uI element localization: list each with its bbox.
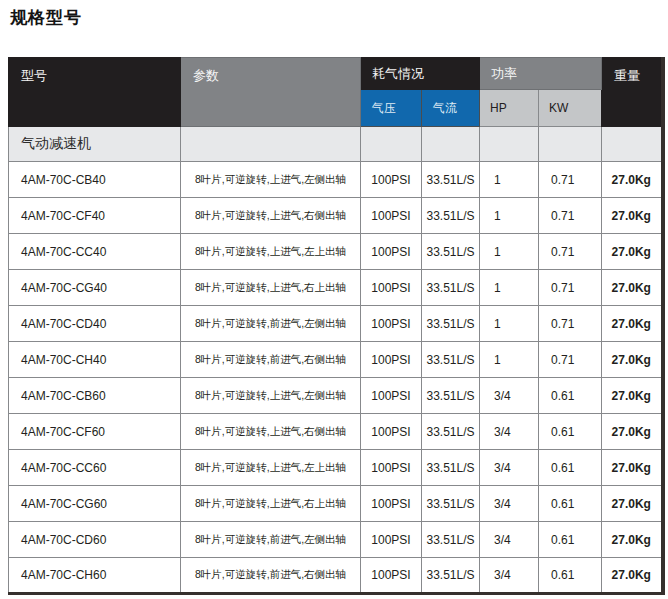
model-cell: 4AM-70C-CD40	[9, 306, 181, 342]
hp-cell: 1	[480, 270, 539, 306]
kw-cell: 0.61	[539, 486, 602, 522]
air-pressure-cell: 100PSI	[361, 306, 422, 342]
weight-cell: 27.0Kg	[602, 306, 663, 342]
hp-cell: 1	[480, 234, 539, 270]
air-flow-cell: 33.51L/S	[422, 558, 480, 594]
table-row: 4AM-70C-CH40 8叶片,可逆旋转,前进气,右侧出轴 100PSI 33…	[9, 342, 663, 378]
model-cell: 4AM-70C-CC60	[9, 450, 181, 486]
hp-cell: 3/4	[480, 378, 539, 414]
air-flow-cell: 33.51L/S	[422, 342, 480, 378]
weight-cell: 27.0Kg	[602, 270, 663, 306]
air-flow-cell: 33.51L/S	[422, 198, 480, 234]
air-flow-cell: 33.51L/S	[422, 522, 480, 558]
weight-cell: 27.0Kg	[602, 378, 663, 414]
params-cell: 8叶片,可逆旋转,上进气,右上出轴	[181, 486, 361, 522]
params-cell: 8叶片,可逆旋转,前进气,左侧出轴	[181, 522, 361, 558]
table-row: 4AM-70C-CG60 8叶片,可逆旋转,上进气,右上出轴 100PSI 33…	[9, 486, 663, 522]
air-pressure-cell: 100PSI	[361, 450, 422, 486]
air-flow-cell: 33.51L/S	[422, 270, 480, 306]
table-row: 4AM-70C-CD60 8叶片,可逆旋转,前进气,左侧出轴 100PSI 33…	[9, 522, 663, 558]
params-cell: 8叶片,可逆旋转,前进气,右侧出轴	[181, 342, 361, 378]
section-row: 气动减速机	[9, 127, 663, 162]
params-cell: 8叶片,可逆旋转,上进气,左上出轴	[181, 450, 361, 486]
air-pressure-cell: 100PSI	[361, 486, 422, 522]
hp-cell: 1	[480, 162, 539, 198]
params-cell: 8叶片,可逆旋转,上进气,左侧出轴	[181, 162, 361, 198]
table-row: 4AM-70C-CB40 8叶片,可逆旋转,上进气,左侧出轴 100PSI 33…	[9, 162, 663, 198]
air-pressure-cell: 100PSI	[361, 414, 422, 450]
air-flow-cell: 33.51L/S	[422, 234, 480, 270]
model-cell: 4AM-70C-CH60	[9, 558, 181, 594]
column-header-air-flow: 气流	[422, 90, 480, 127]
hp-cell: 3/4	[480, 486, 539, 522]
table-row: 4AM-70C-CB60 8叶片,可逆旋转,上进气,左侧出轴 100PSI 33…	[9, 378, 663, 414]
kw-cell: 0.61	[539, 450, 602, 486]
weight-cell: 27.0Kg	[602, 198, 663, 234]
hp-cell: 1	[480, 198, 539, 234]
spec-sheet-page: 规格型号 型号 参数 耗气情况 功率 重量 气压 气流 HP KW	[0, 0, 668, 599]
air-flow-cell: 33.51L/S	[422, 450, 480, 486]
table-row: 4AM-70C-CD40 8叶片,可逆旋转,前进气,左侧出轴 100PSI 33…	[9, 306, 663, 342]
air-pressure-cell: 100PSI	[361, 378, 422, 414]
air-pressure-cell: 100PSI	[361, 522, 422, 558]
hp-cell: 3/4	[480, 558, 539, 594]
column-header-air-pressure: 气压	[361, 90, 422, 127]
weight-cell: 27.0Kg	[602, 558, 663, 594]
params-cell: 8叶片,可逆旋转,前进气,右侧出轴	[181, 558, 361, 594]
kw-cell: 0.61	[539, 558, 602, 594]
air-pressure-cell: 100PSI	[361, 234, 422, 270]
air-pressure-cell: 100PSI	[361, 162, 422, 198]
table-row: 4AM-70C-CG40 8叶片,可逆旋转,上进气,右上出轴 100PSI 33…	[9, 270, 663, 306]
air-pressure-cell: 100PSI	[361, 558, 422, 594]
air-flow-cell: 33.51L/S	[422, 162, 480, 198]
model-cell: 4AM-70C-CF60	[9, 414, 181, 450]
section-empty-cell	[181, 127, 361, 162]
hp-cell: 3/4	[480, 414, 539, 450]
section-empty-cell	[361, 127, 422, 162]
column-header-power: 功率	[480, 58, 602, 90]
kw-cell: 0.71	[539, 306, 602, 342]
model-cell: 4AM-70C-CD60	[9, 522, 181, 558]
model-cell: 4AM-70C-CF40	[9, 198, 181, 234]
params-cell: 8叶片,可逆旋转,前进气,左侧出轴	[181, 306, 361, 342]
kw-cell: 0.61	[539, 378, 602, 414]
section-empty-cell	[422, 127, 480, 162]
hp-cell: 3/4	[480, 450, 539, 486]
model-cell: 4AM-70C-CB40	[9, 162, 181, 198]
kw-cell: 0.61	[539, 522, 602, 558]
model-cell: 4AM-70C-CG60	[9, 486, 181, 522]
weight-cell: 27.0Kg	[602, 486, 663, 522]
model-cell: 4AM-70C-CH40	[9, 342, 181, 378]
hp-cell: 1	[480, 342, 539, 378]
params-cell: 8叶片,可逆旋转,上进气,左侧出轴	[181, 378, 361, 414]
table-row: 4AM-70C-CH60 8叶片,可逆旋转,前进气,右侧出轴 100PSI 33…	[9, 558, 663, 594]
weight-cell: 27.0Kg	[602, 234, 663, 270]
page-title: 规格型号	[10, 6, 82, 29]
kw-cell: 0.71	[539, 342, 602, 378]
air-pressure-cell: 100PSI	[361, 342, 422, 378]
params-cell: 8叶片,可逆旋转,上进气,右侧出轴	[181, 414, 361, 450]
params-cell: 8叶片,可逆旋转,上进气,右侧出轴	[181, 198, 361, 234]
kw-cell: 0.71	[539, 234, 602, 270]
model-cell: 4AM-70C-CC40	[9, 234, 181, 270]
column-header-model: 型号	[9, 58, 181, 127]
air-pressure-cell: 100PSI	[361, 198, 422, 234]
air-flow-cell: 33.51L/S	[422, 306, 480, 342]
kw-cell: 0.71	[539, 198, 602, 234]
column-header-hp: HP	[480, 90, 539, 127]
weight-cell: 27.0Kg	[602, 522, 663, 558]
weight-cell: 27.0Kg	[602, 162, 663, 198]
kw-cell: 0.71	[539, 162, 602, 198]
column-header-air-consumption: 耗气情况	[361, 58, 480, 90]
column-header-weight: 重量	[602, 58, 663, 127]
model-cell: 4AM-70C-CG40	[9, 270, 181, 306]
column-header-params: 参数	[181, 58, 361, 127]
air-pressure-cell: 100PSI	[361, 270, 422, 306]
table-row: 4AM-70C-CC40 8叶片,可逆旋转,上进气,左上出轴 100PSI 33…	[9, 234, 663, 270]
model-cell: 4AM-70C-CB60	[9, 378, 181, 414]
air-flow-cell: 33.51L/S	[422, 486, 480, 522]
table-header: 型号 参数 耗气情况 功率 重量 气压 气流 HP KW	[9, 58, 663, 127]
air-flow-cell: 33.51L/S	[422, 378, 480, 414]
table-row: 4AM-70C-CF60 8叶片,可逆旋转,上进气,右侧出轴 100PSI 33…	[9, 414, 663, 450]
table-row: 4AM-70C-CC60 8叶片,可逆旋转,上进气,左上出轴 100PSI 33…	[9, 450, 663, 486]
